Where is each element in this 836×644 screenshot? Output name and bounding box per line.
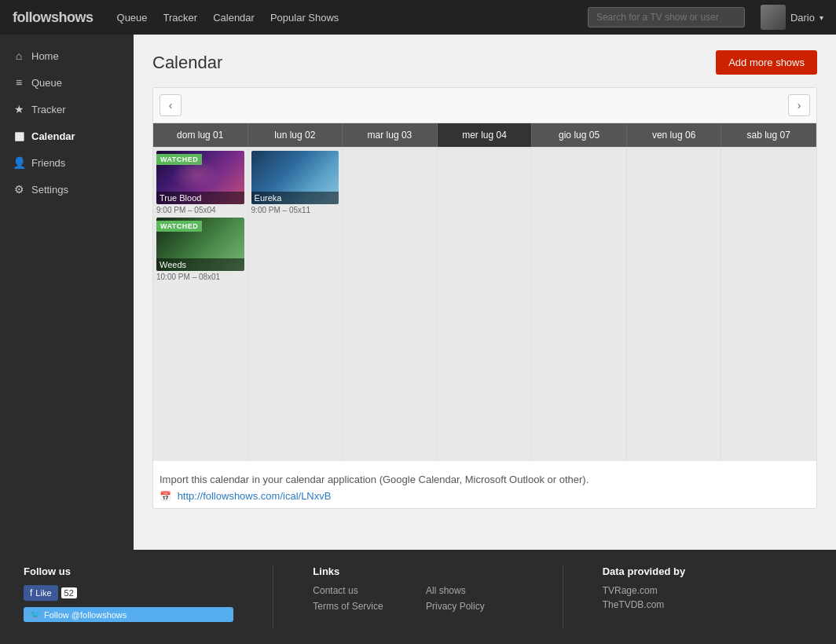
- logo[interactable]: followshows: [13, 9, 94, 26]
- facebook-count: 52: [61, 587, 77, 598]
- username-label: Dario: [790, 12, 815, 24]
- show-title-weeds: Weeds: [156, 258, 244, 271]
- day-cell-0: WATCHED True Blood 9:00 PM – 05x04 WATCH…: [153, 147, 248, 461]
- nav-queue[interactable]: Queue: [117, 12, 148, 24]
- sidebar-item-settings[interactable]: ⚙ Settings: [0, 176, 134, 203]
- nav-calendar[interactable]: Calendar: [213, 12, 255, 24]
- day-header-2: mar lug 03: [343, 123, 438, 147]
- sidebar-label-queue: Queue: [31, 77, 62, 89]
- footer-data-sources: Data provided by TVRage.com TheTVDB.com: [603, 565, 812, 628]
- show-thumb-weeds: WATCHED Weeds: [156, 218, 244, 271]
- day-cell-4: [532, 147, 627, 461]
- show-thumb-eureka: Eureka: [251, 151, 339, 204]
- day-cell-3: [438, 147, 533, 461]
- show-time-eureka: 9:00 PM – 05x11: [251, 206, 339, 214]
- main-content: Calendar Add more shows ‹ › dom lug 01 l…: [134, 35, 836, 550]
- sidebar-label-home: Home: [31, 50, 59, 62]
- calendar-container: ‹ › dom lug 01 lun lug 02 mar lug 03 mer…: [152, 87, 817, 509]
- day-header-1: lun lug 02: [248, 123, 343, 147]
- sidebar: ⌂ Home ≡ Queue ★ Tracker ▦ Calendar 👤 Fr…: [0, 35, 134, 550]
- fb-like-label: Like: [35, 588, 51, 598]
- social-buttons: f Like 52 🐦 Follow @followshows: [24, 585, 233, 622]
- show-time-trueblood: 9:00 PM – 05x04: [156, 206, 244, 214]
- footer-link-all-shows[interactable]: All shows: [426, 585, 523, 596]
- fb-icon: f: [30, 587, 32, 598]
- day-header-5: ven lug 06: [627, 123, 722, 147]
- add-more-shows-button[interactable]: Add more shows: [716, 50, 817, 75]
- dropdown-arrow-icon: ▾: [820, 13, 823, 22]
- nav-tracker[interactable]: Tracker: [163, 12, 198, 24]
- sidebar-label-settings: Settings: [31, 184, 68, 196]
- settings-icon: ⚙: [13, 183, 25, 196]
- footer-divider: [273, 565, 273, 628]
- footer-link-tos[interactable]: Terms of Service: [313, 601, 410, 612]
- day-cell-5: [627, 147, 722, 461]
- footer-link-contact[interactable]: Contact us: [313, 585, 410, 596]
- show-title-trueblood: True Blood: [156, 192, 244, 204]
- twitter-follow-button[interactable]: 🐦 Follow @followshows: [24, 607, 233, 622]
- home-icon: ⌂: [13, 49, 25, 62]
- day-cell-1: Eureka 9:00 PM – 05x11: [248, 147, 343, 461]
- page-title: Calendar: [152, 53, 222, 73]
- sidebar-item-home[interactable]: ⌂ Home: [0, 42, 134, 69]
- calendar-icon: ▦: [13, 130, 25, 142]
- show-card-trueblood[interactable]: WATCHED True Blood 9:00 PM – 05x04: [156, 151, 244, 214]
- day-cell-6: [721, 147, 816, 461]
- data-provided-by-title: Data provided by: [603, 565, 812, 577]
- show-title-eureka: Eureka: [251, 192, 339, 204]
- calendar-grid: dom lug 01 lun lug 02 mar lug 03 mer lug…: [153, 123, 816, 461]
- tracker-icon: ★: [13, 103, 25, 115]
- footer-tvrage-link[interactable]: TVRage.com: [603, 585, 812, 596]
- main-layout: ⌂ Home ≡ Queue ★ Tracker ▦ Calendar 👤 Fr…: [0, 35, 836, 550]
- watched-badge-weeds: WATCHED: [156, 221, 202, 232]
- sidebar-item-queue[interactable]: ≡ Queue: [0, 69, 134, 96]
- calendar-nav: ‹ ›: [153, 88, 816, 123]
- twitter-icon: 🐦: [30, 609, 41, 620]
- show-card-eureka[interactable]: Eureka 9:00 PM – 05x11: [251, 151, 339, 214]
- logo-text: ollowshows: [17, 9, 94, 25]
- footer: Follow us f Like 52 🐦 Follow @followshow…: [0, 550, 836, 644]
- footer-tvdb-link[interactable]: TheTVDB.com: [603, 599, 812, 610]
- nav-popular-shows[interactable]: Popular Shows: [270, 12, 339, 24]
- facebook-like-button[interactable]: f Like: [24, 585, 58, 601]
- sidebar-label-friends: Friends: [31, 157, 65, 169]
- search-input[interactable]: [588, 7, 745, 27]
- twitter-label: Follow @followshows: [44, 610, 126, 620]
- footer-divider-2: [563, 565, 563, 628]
- sidebar-label-calendar: Calendar: [31, 130, 75, 142]
- day-header-6: sab lug 07: [721, 123, 816, 147]
- day-header-3: mer lug 04: [438, 123, 533, 147]
- show-card-weeds[interactable]: WATCHED Weeds 10:00 PM – 08x01: [156, 218, 244, 281]
- prev-week-button[interactable]: ‹: [160, 94, 182, 116]
- links-title: Links: [313, 565, 522, 577]
- import-text: Import this calendar in your calendar ap…: [160, 474, 810, 485]
- footer-follow-us: Follow us f Like 52 🐦 Follow @followshow…: [24, 565, 233, 628]
- footer-links: Links Contact us All shows Terms of Serv…: [313, 565, 522, 628]
- facebook-button-area: f Like 52: [24, 585, 233, 601]
- next-week-button[interactable]: ›: [788, 94, 810, 116]
- footer-link-privacy[interactable]: Privacy Policy: [426, 601, 523, 612]
- day-header-4: gio lug 05: [532, 123, 627, 147]
- calendar-small-icon: 📅: [160, 491, 171, 502]
- show-thumb-trueblood: WATCHED True Blood: [156, 151, 244, 204]
- sidebar-item-friends[interactable]: 👤 Friends: [0, 149, 134, 176]
- import-section: Import this calendar in your calendar ap…: [153, 461, 816, 508]
- avatar-image: [761, 5, 786, 30]
- friends-icon: 👤: [13, 156, 25, 169]
- sidebar-item-tracker[interactable]: ★ Tracker: [0, 96, 134, 123]
- watched-badge-trueblood: WATCHED: [156, 154, 202, 165]
- import-link[interactable]: http://followshows.com/ical/LNxvB: [178, 490, 332, 502]
- day-header-0: dom lug 01: [153, 123, 248, 147]
- avatar: [761, 5, 786, 30]
- day-cell-2: [343, 147, 438, 461]
- sidebar-label-tracker: Tracker: [31, 104, 66, 115]
- user-menu[interactable]: Dario ▾: [761, 5, 823, 30]
- page-header: Calendar Add more shows: [152, 50, 817, 75]
- follow-us-title: Follow us: [24, 565, 233, 577]
- top-navigation: followshows Queue Tracker Calendar Popul…: [0, 0, 836, 35]
- queue-icon: ≡: [13, 76, 25, 89]
- sidebar-item-calendar[interactable]: ▦ Calendar: [0, 123, 134, 149]
- show-time-weeds: 10:00 PM – 08x01: [156, 273, 244, 281]
